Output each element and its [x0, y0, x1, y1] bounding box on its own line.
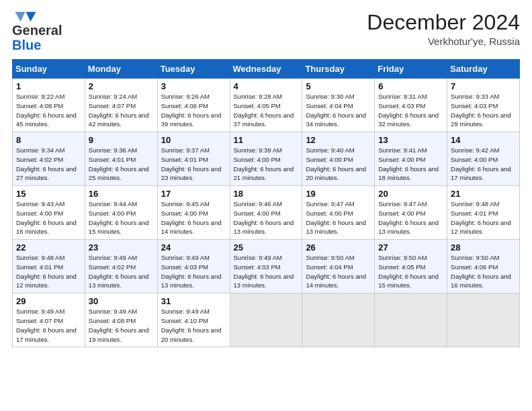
day-number: 22	[16, 242, 81, 253]
day-number: 11	[234, 135, 299, 145]
calendar-body: 1Sunrise: 9:22 AMSunset: 4:08 PMDaylight…	[13, 79, 520, 347]
day-info: Sunrise: 9:45 AMSunset: 4:00 PMDaylight:…	[161, 199, 226, 236]
day-info: Sunrise: 9:48 AMSunset: 4:01 PMDaylight:…	[16, 253, 81, 290]
day-number: 14	[451, 135, 516, 145]
day-info: Sunrise: 9:50 AMSunset: 4:04 PMDaylight:…	[306, 253, 371, 290]
calendar-cell: 2Sunrise: 9:24 AMSunset: 4:07 PMDaylight…	[85, 79, 157, 132]
calendar-cell: 17Sunrise: 9:45 AMSunset: 4:00 PMDayligh…	[157, 186, 230, 240]
calendar-cell: 7Sunrise: 9:33 AMSunset: 4:03 PMDaylight…	[447, 79, 520, 132]
day-info: Sunrise: 9:43 AMSunset: 4:00 PMDaylight:…	[16, 199, 81, 236]
calendar-cell: 18Sunrise: 9:46 AMSunset: 4:00 PMDayligh…	[230, 186, 302, 240]
day-info: Sunrise: 9:44 AMSunset: 4:00 PMDaylight:…	[89, 199, 154, 236]
day-number: 15	[16, 189, 81, 199]
calendar-week-2: 8Sunrise: 9:34 AMSunset: 4:02 PMDaylight…	[13, 132, 520, 186]
calendar-cell: 27Sunrise: 9:50 AMSunset: 4:05 PMDayligh…	[375, 240, 447, 293]
day-info: Sunrise: 9:34 AMSunset: 4:02 PMDaylight:…	[16, 146, 81, 183]
day-info: Sunrise: 9:36 AMSunset: 4:01 PMDaylight:…	[89, 146, 154, 183]
calendar: SundayMondayTuesdayWednesdayThursdayFrid…	[12, 59, 520, 347]
day-info: Sunrise: 9:49 AMSunset: 4:07 PMDaylight:…	[16, 307, 81, 344]
day-info: Sunrise: 9:49 AMSunset: 4:10 PMDaylight:…	[161, 307, 226, 344]
day-number: 7	[451, 81, 516, 91]
weekday-header-sunday: Sunday	[13, 60, 85, 79]
day-info: Sunrise: 9:50 AMSunset: 4:06 PMDaylight:…	[451, 253, 516, 290]
day-number: 3	[161, 81, 226, 91]
weekday-header-thursday: Thursday	[302, 60, 375, 79]
calendar-week-5: 29Sunrise: 9:49 AMSunset: 4:07 PMDayligh…	[13, 293, 520, 347]
day-number: 8	[16, 135, 81, 145]
calendar-cell: 9Sunrise: 9:36 AMSunset: 4:01 PMDaylight…	[85, 132, 157, 186]
calendar-cell: 4Sunrise: 9:28 AMSunset: 4:05 PMDaylight…	[230, 79, 302, 132]
day-info: Sunrise: 9:49 AMSunset: 4:02 PMDaylight:…	[89, 253, 154, 290]
logo-text: General Blue	[12, 23, 62, 52]
calendar-cell: 14Sunrise: 9:42 AMSunset: 4:00 PMDayligh…	[447, 132, 520, 186]
calendar-cell: 15Sunrise: 9:43 AMSunset: 4:00 PMDayligh…	[13, 186, 85, 240]
day-number: 12	[306, 135, 371, 145]
calendar-header: SundayMondayTuesdayWednesdayThursdayFrid…	[13, 60, 520, 79]
calendar-cell: 28Sunrise: 9:50 AMSunset: 4:06 PMDayligh…	[447, 240, 520, 293]
location: Verkhotur'ye, Russia	[367, 36, 520, 47]
weekday-header-wednesday: Wednesday	[230, 60, 302, 79]
day-number: 25	[234, 242, 299, 253]
calendar-cell: 12Sunrise: 9:40 AMSunset: 4:00 PMDayligh…	[302, 132, 375, 186]
day-number: 1	[16, 81, 81, 91]
calendar-cell: 6Sunrise: 9:31 AMSunset: 4:03 PMDaylight…	[375, 79, 447, 132]
calendar-cell: 25Sunrise: 9:49 AMSunset: 4:03 PMDayligh…	[230, 240, 302, 293]
day-number: 24	[161, 242, 226, 253]
calendar-cell: 20Sunrise: 9:47 AMSunset: 4:00 PMDayligh…	[375, 186, 447, 240]
day-number: 10	[161, 135, 226, 145]
day-number: 17	[161, 189, 226, 199]
day-number: 29	[16, 296, 81, 306]
day-number: 6	[378, 81, 443, 91]
day-info: Sunrise: 9:50 AMSunset: 4:05 PMDaylight:…	[378, 253, 443, 290]
calendar-cell: 11Sunrise: 9:39 AMSunset: 4:00 PMDayligh…	[230, 132, 302, 186]
day-info: Sunrise: 9:49 AMSunset: 4:03 PMDaylight:…	[161, 253, 226, 290]
page: General Blue December 2024 Verkhotur'ye,…	[0, 0, 532, 411]
day-info: Sunrise: 9:37 AMSunset: 4:01 PMDaylight:…	[161, 146, 226, 183]
svg-marker-0	[26, 12, 36, 22]
day-info: Sunrise: 9:28 AMSunset: 4:05 PMDaylight:…	[234, 92, 299, 129]
calendar-cell	[375, 293, 447, 347]
calendar-cell: 26Sunrise: 9:50 AMSunset: 4:04 PMDayligh…	[302, 240, 375, 293]
day-number: 28	[451, 242, 516, 253]
day-info: Sunrise: 9:40 AMSunset: 4:00 PMDaylight:…	[306, 146, 371, 183]
calendar-cell: 5Sunrise: 9:30 AMSunset: 4:04 PMDaylight…	[302, 79, 375, 132]
calendar-cell: 29Sunrise: 9:49 AMSunset: 4:07 PMDayligh…	[13, 293, 85, 347]
calendar-cell: 1Sunrise: 9:22 AMSunset: 4:08 PMDaylight…	[13, 79, 85, 132]
day-number: 13	[378, 135, 443, 145]
day-number: 26	[306, 242, 371, 253]
day-info: Sunrise: 9:49 AMSunset: 4:08 PMDaylight:…	[89, 307, 154, 344]
title-block: December 2024 Verkhotur'ye, Russia	[367, 11, 520, 47]
header: General Blue December 2024 Verkhotur'ye,…	[12, 11, 520, 52]
calendar-cell	[230, 293, 302, 347]
day-number: 21	[451, 189, 516, 199]
day-number: 2	[89, 81, 154, 91]
calendar-cell	[447, 293, 520, 347]
day-info: Sunrise: 9:46 AMSunset: 4:00 PMDaylight:…	[234, 199, 299, 236]
day-number: 19	[306, 189, 371, 199]
day-info: Sunrise: 9:42 AMSunset: 4:00 PMDaylight:…	[451, 146, 516, 183]
calendar-week-3: 15Sunrise: 9:43 AMSunset: 4:00 PMDayligh…	[13, 186, 520, 240]
day-number: 18	[234, 189, 299, 199]
day-info: Sunrise: 9:24 AMSunset: 4:07 PMDaylight:…	[89, 92, 154, 129]
day-info: Sunrise: 9:48 AMSunset: 4:01 PMDaylight:…	[451, 199, 516, 236]
calendar-cell: 31Sunrise: 9:49 AMSunset: 4:10 PMDayligh…	[157, 293, 230, 347]
calendar-cell: 30Sunrise: 9:49 AMSunset: 4:08 PMDayligh…	[85, 293, 157, 347]
day-number: 27	[378, 242, 443, 253]
day-info: Sunrise: 9:39 AMSunset: 4:00 PMDaylight:…	[234, 146, 299, 183]
day-number: 9	[89, 135, 154, 145]
calendar-cell: 19Sunrise: 9:47 AMSunset: 4:00 PMDayligh…	[302, 186, 375, 240]
weekday-row: SundayMondayTuesdayWednesdayThursdayFrid…	[13, 60, 520, 79]
calendar-week-1: 1Sunrise: 9:22 AMSunset: 4:08 PMDaylight…	[13, 79, 520, 132]
day-info: Sunrise: 9:47 AMSunset: 4:00 PMDaylight:…	[306, 199, 371, 236]
calendar-cell: 23Sunrise: 9:49 AMSunset: 4:02 PMDayligh…	[85, 240, 157, 293]
day-number: 23	[89, 242, 154, 253]
day-info: Sunrise: 9:49 AMSunset: 4:03 PMDaylight:…	[234, 253, 299, 290]
calendar-cell	[302, 293, 375, 347]
calendar-cell: 22Sunrise: 9:48 AMSunset: 4:01 PMDayligh…	[13, 240, 85, 293]
day-number: 5	[306, 81, 371, 91]
day-number: 4	[234, 81, 299, 91]
day-info: Sunrise: 9:47 AMSunset: 4:00 PMDaylight:…	[378, 199, 443, 236]
weekday-header-tuesday: Tuesday	[157, 60, 230, 79]
weekday-header-friday: Friday	[375, 60, 447, 79]
day-info: Sunrise: 9:41 AMSunset: 4:00 PMDaylight:…	[378, 146, 443, 183]
